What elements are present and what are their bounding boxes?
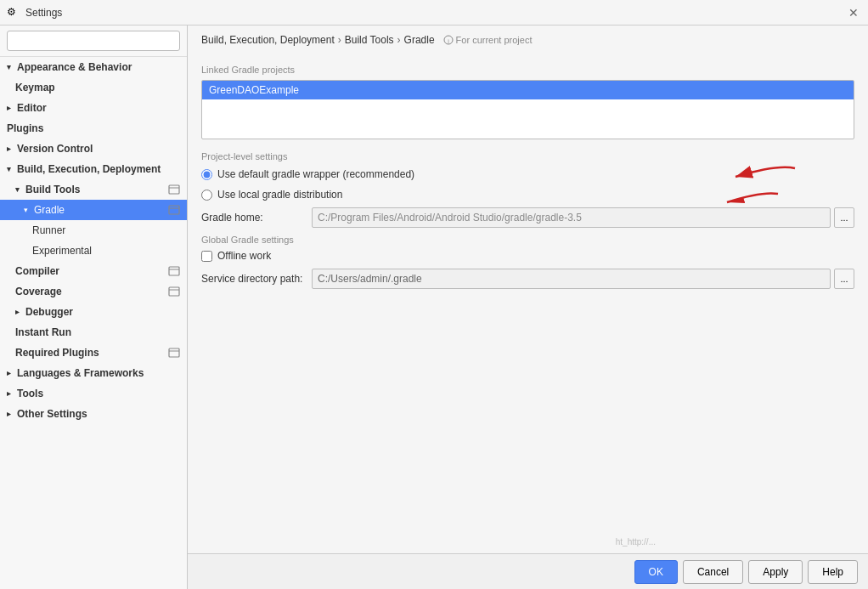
svg-rect-6	[169, 287, 179, 296]
sidebar-nav: ▾Appearance & BehaviorKeymap▸EditorPlugi…	[0, 57, 187, 424]
sidebar-item-editor[interactable]: ▸Editor	[0, 98, 187, 118]
sidebar-label: Tools	[17, 386, 43, 401]
sidebar-item-gradle[interactable]: ▾Gradle	[0, 200, 187, 220]
sidebar-label: Version Control	[17, 141, 93, 156]
sidebar-label: Coverage	[15, 284, 62, 299]
project-settings-label: Project-level settings	[201, 151, 854, 161]
sidebar-label: Compiler	[15, 263, 59, 279]
service-dir-label: Service directory path:	[201, 273, 312, 285]
project-settings-section: Use default gradle wrapper (recommended)…	[201, 167, 854, 202]
sidebar-label: Plugins	[7, 121, 43, 136]
sidebar-item-appearance[interactable]: ▾Appearance & Behavior	[0, 57, 187, 77]
sidebar-item-build-execution-deployment[interactable]: ▾Build, Execution, Deployment	[0, 159, 187, 179]
sidebar-item-languages-frameworks[interactable]: ▸Languages & Frameworks	[0, 363, 187, 383]
global-settings-label: Global Gradle settings	[201, 235, 854, 245]
offline-work-label[interactable]: Offline work	[217, 250, 271, 262]
sidebar-label: Experimental	[32, 243, 92, 258]
sidebar-label: Editor	[17, 100, 47, 116]
sidebar-item-instant-run[interactable]: Instant Run	[0, 322, 187, 343]
close-button[interactable]: ✕	[846, 5, 861, 20]
sidebar-repo-icon	[168, 265, 180, 277]
sidebar-repo-icon	[168, 184, 180, 195]
expand-arrow: ▸	[7, 141, 15, 156]
sidebar-item-version-control[interactable]: ▸Version Control	[0, 139, 187, 159]
expand-arrow: ▸	[7, 386, 15, 401]
sidebar-label: Build Tools	[25, 182, 80, 197]
sidebar-label: Runner	[32, 223, 65, 238]
gradle-home-browse-button[interactable]: ...	[834, 207, 854, 228]
sidebar-item-coverage[interactable]: Coverage	[0, 281, 187, 302]
expand-arrow: ▾	[7, 59, 15, 75]
sidebar-label: Build, Execution, Deployment	[17, 161, 161, 177]
global-settings-section: Global Gradle settings Offline work Serv…	[201, 235, 854, 289]
help-button[interactable]: Help	[808, 560, 858, 584]
use-local-radio[interactable]	[201, 190, 212, 201]
sidebar-label: Instant Run	[15, 325, 71, 340]
breadcrumb-part-3: Gradle	[404, 34, 435, 46]
radio-row-default: Use default gradle wrapper (recommended)	[201, 167, 854, 182]
sidebar-item-keymap[interactable]: Keymap	[0, 77, 187, 98]
apply-button[interactable]: Apply	[748, 560, 803, 584]
svg-rect-2	[169, 206, 179, 214]
footer: ht_http://... OK Cancel Apply Help	[188, 553, 868, 589]
service-dir-input[interactable]	[312, 269, 831, 289]
svg-rect-0	[169, 185, 179, 194]
gradle-home-row: Gradle home: ...	[201, 207, 854, 228]
title-bar: ⚙ Settings ✕	[0, 0, 868, 25]
gradle-home-input[interactable]	[312, 207, 831, 228]
sidebar-repo-icon	[168, 204, 180, 216]
sidebar-item-tools[interactable]: ▸Tools	[0, 383, 187, 404]
sidebar-item-plugins[interactable]: Plugins	[0, 118, 187, 139]
gradle-home-input-wrap: ...	[312, 207, 854, 228]
expand-arrow: ▾	[24, 202, 32, 218]
sidebar-item-debugger[interactable]: ▸Debugger	[0, 302, 187, 322]
info-icon: i	[443, 35, 454, 45]
sidebar-label: Languages & Frameworks	[17, 365, 144, 381]
sidebar-item-other-settings[interactable]: ▸Other Settings	[0, 404, 187, 424]
sidebar-label: Gradle	[34, 202, 65, 218]
ok-button[interactable]: OK	[634, 560, 678, 584]
svg-rect-8	[169, 348, 179, 357]
use-default-radio[interactable]	[201, 169, 212, 180]
expand-arrow: ▸	[15, 304, 24, 320]
sidebar-label: Debugger	[25, 304, 73, 320]
breadcrumb-part-2: Build Tools	[345, 34, 394, 46]
sidebar-item-required-plugins[interactable]: Required Plugins	[0, 343, 187, 363]
sidebar-label: Appearance & Behavior	[17, 59, 132, 75]
breadcrumb: Build, Execution, Deployment › Build Too…	[188, 25, 868, 53]
expand-arrow: ▸	[7, 365, 15, 381]
content-area: Build, Execution, Deployment › Build Too…	[188, 25, 868, 589]
settings-icon: ⚙	[7, 6, 20, 20]
offline-work-row: Offline work	[201, 250, 854, 262]
linked-project-item[interactable]: GreenDAOExample	[202, 81, 854, 99]
sidebar-label: Required Plugins	[15, 345, 99, 360]
expand-arrow: ▾	[15, 182, 24, 197]
sidebar: ▾Appearance & BehaviorKeymap▸EditorPlugi…	[0, 25, 188, 589]
sidebar-item-compiler[interactable]: Compiler	[0, 261, 187, 281]
window-title: Settings	[25, 7, 62, 19]
sidebar-repo-icon	[168, 286, 180, 297]
sidebar-item-runner[interactable]: Runner	[0, 220, 187, 241]
linked-projects-label: Linked Gradle projects	[201, 65, 854, 75]
linked-projects-list[interactable]: GreenDAOExample	[201, 80, 854, 139]
svg-rect-4	[169, 267, 179, 275]
offline-work-checkbox[interactable]	[201, 251, 212, 262]
search-box	[0, 25, 187, 57]
service-dir-row: Service directory path: ...	[201, 269, 854, 289]
svg-text:i: i	[448, 38, 449, 44]
sidebar-repo-icon	[168, 347, 180, 359]
sidebar-item-build-tools[interactable]: ▾Build Tools	[0, 179, 187, 200]
search-input[interactable]	[7, 31, 180, 51]
use-local-label[interactable]: Use local gradle distribution	[217, 189, 342, 201]
gradle-home-label: Gradle home:	[201, 212, 312, 224]
sidebar-item-experimental[interactable]: Experimental	[0, 241, 187, 261]
use-default-label[interactable]: Use default gradle wrapper (recommended)	[217, 168, 414, 180]
breadcrumb-part-1: Build, Execution, Deployment	[201, 34, 335, 46]
service-dir-browse-button[interactable]: ...	[834, 269, 854, 289]
expand-arrow: ▾	[7, 161, 15, 177]
cancel-button[interactable]: Cancel	[683, 560, 743, 584]
expand-arrow: ▸	[7, 100, 15, 116]
main-container: ▾Appearance & BehaviorKeymap▸EditorPlugi…	[0, 25, 868, 589]
expand-arrow: ▸	[7, 406, 15, 422]
content-body: Linked Gradle projects GreenDAOExample P…	[188, 53, 868, 553]
